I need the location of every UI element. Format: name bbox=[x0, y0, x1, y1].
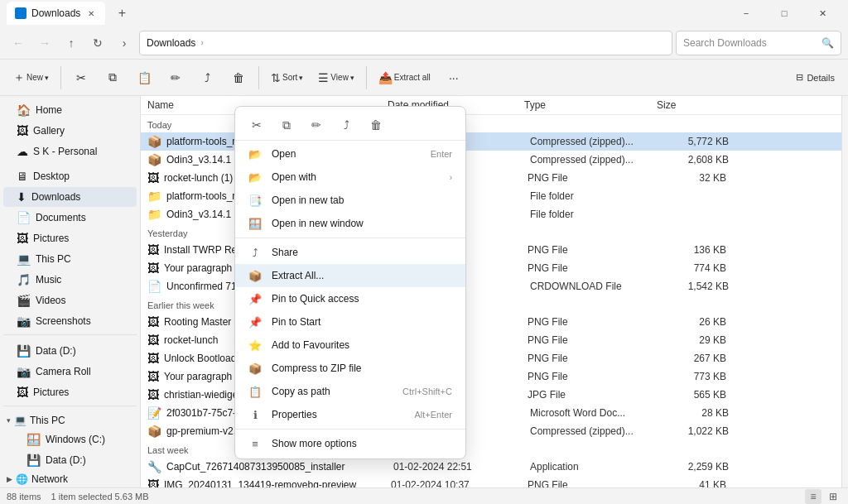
file-type-8: PNG File bbox=[528, 316, 660, 328]
sidebar-item-thispc-quick[interactable]: 💻 This PC 📌 bbox=[3, 249, 137, 269]
sort-button[interactable]: ⇅ Sort ▾ bbox=[264, 68, 310, 88]
file-size-15: 2,259 KB bbox=[662, 461, 729, 473]
file-icon-10: 🖼 bbox=[147, 352, 159, 365]
ctx-cut-button[interactable]: ✂ bbox=[245, 113, 268, 137]
ctx-properties[interactable]: ℹ Properties Alt+Enter bbox=[235, 403, 465, 426]
view-label: View bbox=[330, 73, 349, 82]
ctx-add-favourites[interactable]: ⭐ Add to Favourites bbox=[235, 334, 465, 357]
sidebar-item-camera-roll[interactable]: 📷 Camera Roll bbox=[3, 362, 137, 382]
maximize-button[interactable]: □ bbox=[765, 0, 803, 26]
file-icon-12: 🖼 bbox=[147, 388, 159, 401]
extract-button[interactable]: 📤 Extract all bbox=[372, 68, 437, 88]
back-button[interactable]: ← bbox=[7, 31, 30, 55]
sidebar-item-home[interactable]: 🏠 Home bbox=[3, 100, 137, 120]
ctx-copy-path[interactable]: 📋 Copy as path Ctrl+Shift+C bbox=[235, 380, 465, 403]
thispc-expand-arrow: ▾ bbox=[7, 416, 11, 425]
sort-icon: ⇅ bbox=[271, 71, 281, 84]
up-button[interactable]: ↑ bbox=[60, 31, 83, 55]
sidebar-data-d-label: Data (D:) bbox=[36, 345, 76, 357]
tab-close-button[interactable]: ✕ bbox=[85, 7, 97, 19]
address-text: Downloads bbox=[147, 37, 195, 49]
paste-button[interactable]: 📋 bbox=[129, 68, 159, 88]
ctx-open[interactable]: 📂 Open Enter bbox=[235, 142, 465, 166]
file-icon-0: 📦 bbox=[147, 135, 161, 148]
videos-icon: 🎬 bbox=[17, 294, 31, 307]
ctx-open-label: Open bbox=[272, 148, 421, 160]
grid-view-button[interactable]: ⊞ bbox=[825, 489, 841, 504]
ctx-share-button[interactable]: ⤴ bbox=[335, 113, 358, 137]
expand-nav-button[interactable]: › bbox=[113, 31, 136, 55]
grid-view-icon: ⊞ bbox=[829, 491, 837, 502]
sidebar-item-pictures[interactable]: 🖼 Pictures 📌 bbox=[3, 228, 137, 248]
ctx-open-with[interactable]: 📂 Open with › bbox=[235, 166, 465, 189]
ctx-compress-zip[interactable]: 📦 Compress to ZIP file bbox=[235, 357, 465, 380]
ctx-open-new-window-icon: 🪟 bbox=[248, 217, 262, 230]
search-placeholder: Search Downloads bbox=[683, 37, 767, 49]
ctx-open-new-tab[interactable]: 📑 Open in new tab bbox=[235, 189, 465, 212]
ctx-share[interactable]: ⤴ Share bbox=[235, 241, 465, 264]
selected-info: 1 item selected 5.63 MB bbox=[51, 492, 149, 502]
ctx-open-new-window[interactable]: 🪟 Open in new window bbox=[235, 212, 465, 235]
sidebar-network-expand[interactable]: ▶ 🌐 Network bbox=[0, 471, 140, 487]
refresh-button[interactable]: ↻ bbox=[86, 31, 109, 55]
sidebar-item-videos[interactable]: 🎬 Videos 📌 bbox=[3, 290, 137, 310]
sidebar-item-windows-c[interactable]: 🪟 Windows (C:) bbox=[3, 430, 137, 449]
forward-button[interactable]: → bbox=[33, 31, 56, 55]
sidebar-item-gallery[interactable]: 🖼 Gallery bbox=[3, 121, 137, 141]
sidebar-item-pictures-2[interactable]: 🖼 Pictures bbox=[3, 382, 137, 402]
close-button[interactable]: ✕ bbox=[803, 0, 841, 26]
details-button[interactable]: ⊟ Details bbox=[789, 69, 841, 86]
details-label: Details bbox=[807, 73, 835, 83]
copy-button[interactable]: ⧉ bbox=[98, 67, 128, 88]
ctx-open-with-icon: 📂 bbox=[248, 170, 262, 184]
sidebar-item-downloads[interactable]: ⬇ Downloads 📌 bbox=[3, 187, 137, 207]
sidebar-item-cloud[interactable]: ☁ S K - Personal bbox=[3, 142, 137, 161]
file-size-2: 32 KB bbox=[660, 172, 726, 184]
sidebar-item-desktop[interactable]: 🖥 Desktop 📌 bbox=[3, 166, 137, 186]
sidebar-item-data-d[interactable]: 💾 Data (D:) bbox=[3, 341, 137, 361]
file-size-16: 41 KB bbox=[660, 479, 726, 487]
minimize-button[interactable]: − bbox=[727, 0, 765, 26]
details-icon: ⊟ bbox=[796, 72, 803, 83]
ctx-extract-all[interactable]: 📦 Extract All... bbox=[235, 264, 465, 287]
sidebar-thispc-expand[interactable]: ▾ 💻 This PC bbox=[0, 412, 140, 429]
address-bar[interactable]: Downloads › bbox=[139, 31, 672, 55]
ctx-pin-start[interactable]: 📌 Pin to Start bbox=[235, 310, 465, 334]
cut-button[interactable]: ✂ bbox=[66, 68, 96, 88]
scrollbar[interactable] bbox=[841, 96, 848, 487]
sidebar-item-documents[interactable]: 📄 Documents 📌 bbox=[3, 208, 137, 228]
more-button[interactable]: ··· bbox=[439, 68, 469, 88]
ctx-share-menu-label: Share bbox=[272, 247, 452, 258]
ctx-copy-button[interactable]: ⧉ bbox=[275, 113, 298, 137]
search-icon: 🔍 bbox=[822, 37, 834, 49]
ctx-rename-button[interactable]: ✏ bbox=[305, 113, 328, 137]
file-icon-4: 📁 bbox=[147, 208, 161, 221]
file-row[interactable]: 🔧 CapCut_726714087313950085_installer 01… bbox=[141, 458, 841, 476]
downloads-tab-icon bbox=[15, 7, 26, 19]
ctx-open-with-label: Open with bbox=[272, 171, 440, 183]
share-button[interactable]: ⤴ bbox=[192, 68, 222, 88]
rename-button[interactable]: ✏ bbox=[161, 68, 190, 88]
documents-icon: 📄 bbox=[17, 211, 31, 224]
new-button[interactable]: ＋ New ▾ bbox=[7, 67, 55, 89]
sidebar-documents-label: Documents bbox=[36, 212, 86, 223]
ctx-extract-all-icon: 📦 bbox=[248, 269, 262, 282]
view-button[interactable]: ☰ View ▾ bbox=[311, 68, 361, 88]
delete-button[interactable]: 🗑 bbox=[224, 68, 253, 88]
ctx-delete-button[interactable]: 🗑 bbox=[364, 113, 388, 137]
sidebar-item-music[interactable]: 🎵 Music 📌 bbox=[3, 270, 137, 290]
sidebar-item-data-d2[interactable]: 💾 Data (D:) bbox=[3, 450, 137, 470]
new-tab-button[interactable]: + bbox=[112, 3, 132, 23]
search-bar[interactable]: Search Downloads 🔍 bbox=[676, 31, 841, 55]
list-view-button[interactable]: ≡ bbox=[805, 489, 822, 504]
sidebar-item-screenshots[interactable]: 📷 Screenshots 📌 bbox=[3, 311, 137, 331]
downloads-icon: ⬇ bbox=[17, 190, 26, 204]
title-tab[interactable]: Downloads ✕ bbox=[7, 2, 105, 25]
file-type-11: PNG File bbox=[528, 371, 660, 382]
file-icon-6: 🖼 bbox=[147, 262, 159, 275]
ctx-open-shortcut: Enter bbox=[431, 149, 452, 159]
ctx-show-more[interactable]: ≡ Show more options bbox=[235, 432, 465, 455]
ctx-pin-quick-access[interactable]: 📌 Pin to Quick access bbox=[235, 287, 465, 310]
header-type: Type bbox=[524, 99, 657, 111]
file-row[interactable]: 🖼 IMG_20240131_134419-removebg-preview 0… bbox=[141, 476, 841, 487]
